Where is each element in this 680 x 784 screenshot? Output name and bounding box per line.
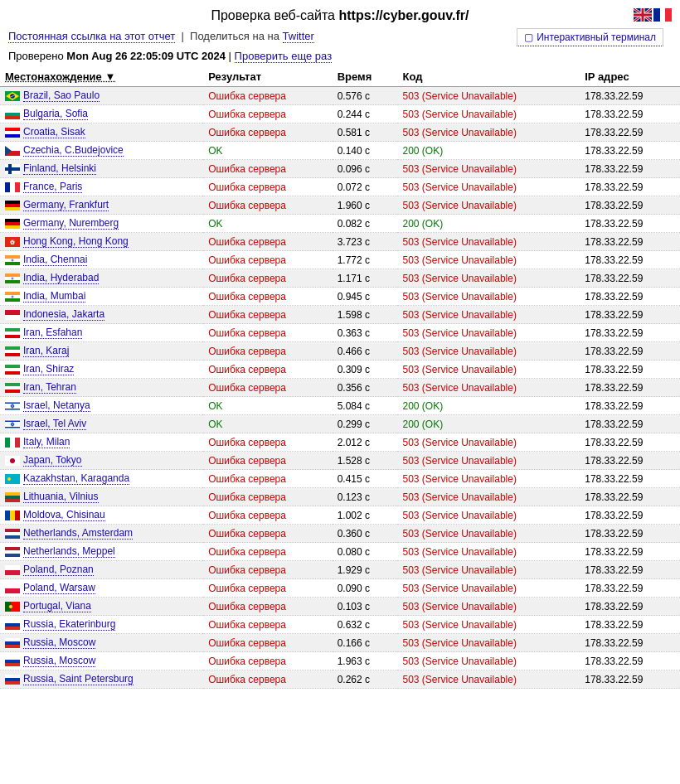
table-row: Russia, Ekaterinburg Ошибка сервера0.632…: [0, 616, 680, 634]
location-link[interactable]: Germany, Nuremberg: [23, 217, 119, 230]
location-link[interactable]: Italy, Milan: [23, 436, 70, 448]
ip-cell: 178.33.22.59: [580, 598, 680, 616]
svg-rect-103: [5, 623, 20, 627]
svg-rect-76: [5, 438, 10, 448]
result-cell: Ошибка сервера: [203, 306, 332, 324]
location-link[interactable]: Japan, Tokyo: [23, 454, 82, 467]
country-flag-icon: [5, 182, 20, 192]
location-link[interactable]: Kazakhstan, Karaganda: [23, 472, 129, 485]
ip-cell: 178.33.22.59: [580, 506, 680, 525]
ip-cell: 178.33.22.59: [580, 415, 680, 433]
location-link[interactable]: Brazil, Sao Paulo: [23, 90, 100, 102]
svg-rect-42: [5, 262, 20, 265]
code-cell: 503 (Service Unavailable): [397, 288, 580, 306]
location-link[interactable]: France, Paris: [23, 181, 82, 193]
code-cell: 503 (Service Unavailable): [397, 470, 580, 488]
location-link[interactable]: India, Mumbai: [23, 290, 85, 302]
svg-rect-87: [10, 511, 15, 520]
location-cell: Israel, Tel Aviv: [0, 415, 203, 433]
result-cell: Ошибка сервера: [203, 488, 332, 506]
location-link[interactable]: Finland, Helsinki: [23, 162, 96, 175]
table-row: Iran, Tehran Ошибка сервера0.356 с503 (S…: [0, 379, 680, 397]
fr-lang-flag-icon[interactable]: [653, 8, 672, 22]
location-link[interactable]: Iran, Tehran: [23, 381, 76, 394]
code-cell: 503 (Service Unavailable): [397, 306, 580, 324]
svg-rect-104: [5, 627, 20, 630]
location-link[interactable]: Israel, Netanya: [23, 399, 90, 412]
table-header-row: Местонахождение ▼ Результат Время Код IP…: [0, 67, 680, 87]
location-link[interactable]: Iran, Shiraz: [23, 363, 74, 375]
table-row: Bulgaria, Sofia Ошибка сервера0.244 с503…: [0, 105, 680, 123]
location-link[interactable]: Croatia, Sisak: [23, 126, 85, 138]
svg-rect-65: [5, 390, 20, 393]
country-flag-icon: [5, 273, 20, 283]
country-flag-icon: [5, 292, 20, 302]
svg-rect-55: [5, 332, 20, 335]
location-link[interactable]: Iran, Karaj: [23, 345, 69, 357]
table-row: Croatia, Sisak Ошибка сервера0.581 с503 …: [0, 123, 680, 142]
svg-rect-96: [5, 570, 20, 575]
table-row: Germany, Frankfurt Ошибка сервера1.960 с…: [0, 196, 680, 215]
location-link[interactable]: Czechia, C.Budejovice: [23, 144, 124, 157]
time-cell: 5.084 с: [333, 397, 398, 415]
col-time: Время: [333, 67, 398, 87]
location-link[interactable]: Poland, Poznan: [23, 564, 94, 576]
country-flag-icon: [5, 164, 20, 174]
location-link[interactable]: Germany, Frankfurt: [23, 199, 109, 211]
checked-info: Проверено Mon Aug 26 22:05:09 UTC 2024 |…: [0, 46, 680, 65]
location-cell: Japan, Tokyo: [0, 452, 203, 470]
result-cell: OK: [203, 415, 332, 433]
location-link[interactable]: Indonesia, Jakarta: [23, 308, 104, 321]
location-link[interactable]: India, Hyderabad: [23, 272, 99, 284]
interactive-terminal-link[interactable]: ▢Интерактивный терминал: [517, 28, 663, 46]
location-link[interactable]: Lithuania, Vilnius: [23, 491, 99, 503]
table-row: Russia, Saint Petersburg Ошибка сервера0…: [0, 670, 680, 689]
time-cell: 0.166 с: [333, 634, 398, 652]
location-link[interactable]: Russia, Ekaterinburg: [23, 618, 115, 631]
country-flag-icon: [5, 529, 20, 539]
uk-flag-icon[interactable]: [634, 8, 652, 22]
location-link[interactable]: Russia, Moscow: [23, 655, 95, 667]
svg-rect-57: [5, 346, 20, 350]
location-link[interactable]: Iran, Esfahan: [23, 327, 82, 339]
location-link[interactable]: Bulgaria, Sofia: [23, 108, 88, 120]
col-code: Код: [397, 67, 580, 87]
location-link[interactable]: Hong Kong, Hong Kong: [23, 235, 129, 248]
terminal-icon: ▢: [524, 31, 533, 43]
location-link[interactable]: Russia, Saint Petersburg: [23, 673, 134, 685]
svg-rect-53: [5, 315, 20, 320]
code-cell: 503 (Service Unavailable): [397, 433, 580, 452]
location-link[interactable]: Portugal, Viana: [23, 600, 91, 612]
result-cell: Ошибка сервера: [203, 288, 332, 306]
svg-rect-97: [5, 583, 20, 588]
location-cell: India, Mumbai: [0, 288, 203, 306]
svg-rect-48: [5, 292, 20, 295]
result-cell: Ошибка сервера: [203, 269, 332, 288]
result-cell: Ошибка сервера: [203, 598, 332, 616]
location-link[interactable]: Israel, Tel Aviv: [23, 418, 86, 430]
location-link[interactable]: Moldova, Chisinau: [23, 509, 105, 521]
location-link[interactable]: India, Chennai: [23, 254, 87, 266]
table-row: Iran, Shiraz Ошибка сервера0.309 с503 (S…: [0, 361, 680, 379]
svg-point-101: [9, 604, 13, 608]
code-cell: 503 (Service Unavailable): [397, 178, 580, 196]
location-cell: Israel, Netanya: [0, 397, 203, 415]
location-link[interactable]: Poland, Warsaw: [23, 582, 95, 594]
table-row: Lithuania, Vilnius Ошибка сервера0.123 с…: [0, 488, 680, 506]
location-link[interactable]: Netherlands, Amsterdam: [23, 527, 133, 540]
svg-rect-107: [5, 645, 20, 648]
location-link[interactable]: Netherlands, Meppel: [23, 545, 115, 558]
recheck-link[interactable]: Проверить еще раз: [235, 50, 333, 63]
twitter-share-link[interactable]: Twitter: [283, 30, 314, 43]
permanent-link[interactable]: Постоянная ссылка на этот отчет: [8, 30, 175, 43]
col-location[interactable]: Местонахождение ▼: [0, 67, 203, 87]
location-cell: Iran, Shiraz: [0, 361, 203, 379]
location-link[interactable]: Russia, Moscow: [23, 636, 95, 649]
location-cell: Russia, Saint Petersburg: [0, 670, 203, 689]
code-cell: 503 (Service Unavailable): [397, 196, 580, 215]
result-cell: Ошибка сервера: [203, 233, 332, 251]
time-cell: 0.576 с: [333, 87, 398, 105]
ip-cell: 178.33.22.59: [580, 288, 680, 306]
country-flag-icon: [5, 383, 20, 393]
location-cell: Iran, Tehran: [0, 379, 203, 397]
